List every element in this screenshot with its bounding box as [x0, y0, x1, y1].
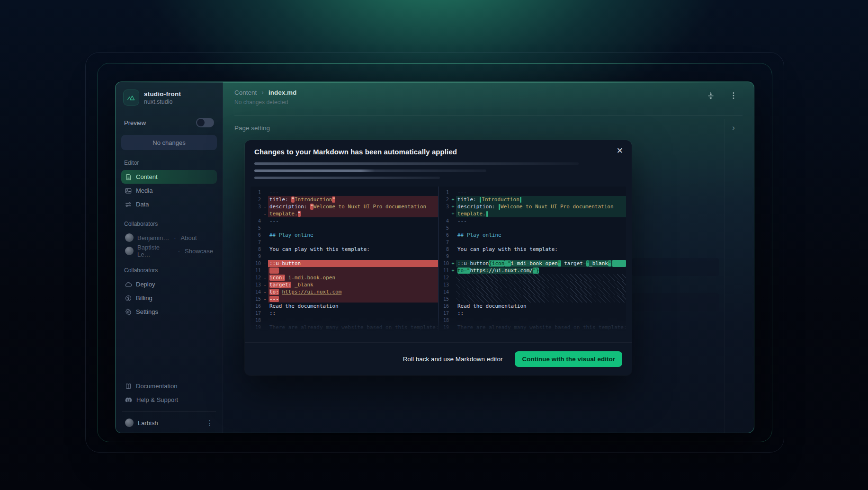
- user-name: Larbish: [138, 419, 158, 427]
- background-skeleton-row: [632, 258, 719, 276]
- diff-line: 5: [438, 224, 626, 232]
- close-icon[interactable]: ✕: [617, 147, 623, 155]
- import-button[interactable]: [706, 90, 716, 101]
- sidebar-item-label: Content: [136, 173, 158, 180]
- diff-line: 7: [251, 239, 438, 246]
- breadcrumb-content[interactable]: Content: [234, 89, 257, 96]
- diff-line: 6## Play online: [438, 232, 626, 239]
- collaborator-page: Showcase: [185, 248, 213, 255]
- document-icon: [125, 174, 132, 180]
- user-avatar: [125, 419, 134, 427]
- sidebar-item-billing[interactable]: Billing: [121, 291, 217, 305]
- diff-line: 1---: [438, 189, 626, 196]
- diff-line: 6## Play online: [251, 232, 438, 239]
- diff-line: 9: [251, 253, 438, 260]
- diff-line: 14: [438, 288, 626, 295]
- collaborator-page: About: [181, 234, 197, 241]
- user-menu-kebab-icon[interactable]: ⋮: [206, 419, 213, 426]
- sidebar-item-label: Documentation: [136, 383, 177, 390]
- divider: [724, 119, 725, 433]
- import-icon: [707, 92, 715, 99]
- diff-line: 15: [438, 295, 626, 303]
- main-header: Content › index.md No changes detected: [223, 82, 754, 116]
- rollback-button[interactable]: Roll back and use Markdown editor: [403, 356, 503, 363]
- sidebar-item-content[interactable]: Content: [121, 170, 217, 184]
- collaborator-name: Baptiste Le…: [137, 244, 173, 258]
- diff-line: 18: [438, 317, 626, 324]
- preview-label: Preview: [124, 119, 146, 126]
- sidebar-item-documentation[interactable]: Documentation: [121, 379, 217, 393]
- more-menu-button[interactable]: [728, 90, 739, 101]
- continue-visual-editor-button[interactable]: Continue with the visual editor: [515, 351, 622, 367]
- divider: [122, 411, 216, 412]
- markdown-changes-modal: Changes to your Markdown has been automa…: [245, 140, 632, 375]
- sidebar-item-media[interactable]: Media: [121, 184, 217, 197]
- sidebar-item-help-support[interactable]: Help & Support: [121, 393, 217, 407]
- project-domain: nuxt.studio: [144, 98, 181, 105]
- project-header[interactable]: studio-front nuxt.studio: [121, 89, 217, 106]
- diff-line: 12: [438, 274, 626, 281]
- sliders-icon: [125, 201, 132, 208]
- markdown-diff-view: 1---2-title: "Introduction"3-description…: [251, 187, 626, 331]
- diff-line: 5: [251, 224, 438, 232]
- user-row[interactable]: Larbish ⋮: [121, 417, 217, 428]
- diff-line: 17::: [438, 310, 626, 317]
- sidebar-item-label: Data: [136, 201, 149, 208]
- diff-line: -template.": [251, 210, 438, 217]
- diff-line: 14-to: https://ui.nuxt.com: [251, 288, 438, 295]
- collaborator-row[interactable]: Benjamin… · About: [121, 231, 217, 244]
- avatar: [125, 233, 134, 242]
- book-icon: [125, 383, 132, 390]
- breadcrumb-current-file: index.md: [268, 89, 296, 96]
- diff-line: 13: [438, 281, 626, 288]
- diff-line: 11+to="https://ui.nuxt.com/"}: [438, 267, 626, 274]
- diff-line: 1---: [251, 189, 438, 196]
- diff-line: 7: [438, 239, 626, 246]
- diff-line: 3+description: Welcome to Nuxt UI Pro do…: [438, 203, 626, 210]
- diff-line: 3-description: "Welcome to Nuxt UI Pro d…: [251, 203, 438, 210]
- editor-section-label: Editor: [124, 160, 214, 166]
- sidebar-item-label: Billing: [136, 294, 152, 302]
- diff-line: 13-target: _blank: [251, 281, 438, 288]
- diff-line: 19There are already many website based o…: [251, 324, 438, 331]
- dot-separator: ·: [178, 248, 180, 255]
- sidebar-item-data[interactable]: Data: [121, 197, 217, 211]
- skeleton-bar: [254, 177, 440, 179]
- desktop-background: studio-front nuxt.studio Preview No chan…: [0, 0, 868, 490]
- preview-toggle[interactable]: [196, 118, 214, 127]
- page-setting-label: Page setting: [234, 125, 270, 132]
- avatar: [125, 247, 134, 255]
- project-name: studio-front: [144, 90, 181, 98]
- sidebar-item-label: Settings: [136, 308, 158, 315]
- cloud-icon: [125, 281, 132, 288]
- diff-pane-deletions: 1---2-title: "Introduction"3-description…: [251, 187, 438, 331]
- no-changes-button[interactable]: No changes: [121, 135, 217, 150]
- diff-line: 9: [438, 253, 626, 260]
- page-setting-row[interactable]: Page setting ›: [223, 116, 754, 139]
- collaborator-row[interactable]: Baptiste Le… · Showcase: [121, 244, 217, 258]
- diff-line: 16Read the documentation: [251, 303, 438, 310]
- diff-line: 11----: [251, 267, 438, 274]
- diff-line: 16Read the documentation: [438, 303, 626, 310]
- diff-line: 4---: [251, 217, 438, 224]
- chevron-right-icon[interactable]: ›: [732, 123, 735, 133]
- skeleton-bar: [254, 162, 579, 165]
- modal-footer: Roll back and use Markdown editor Contin…: [245, 342, 632, 375]
- kebab-icon: [733, 92, 734, 99]
- sidebar-item-label: Media: [136, 187, 152, 194]
- sidebar-item-settings[interactable]: Settings: [121, 305, 217, 319]
- sidebar-item-label: Help & Support: [136, 396, 178, 403]
- diff-line: 17::: [251, 310, 438, 317]
- diff-line: 18: [251, 317, 438, 324]
- gear-icon: [125, 309, 132, 315]
- modal-title: Changes to your Markdown has been automa…: [254, 148, 622, 156]
- dot-separator: ·: [174, 234, 176, 241]
- chevron-right-icon: ›: [261, 89, 264, 96]
- collaborator-name: Benjamin…: [137, 234, 169, 241]
- sidebar-item-deploy[interactable]: Deploy: [121, 277, 217, 291]
- diff-line: 2+title: Introduction: [438, 196, 626, 203]
- discord-icon: [125, 397, 132, 403]
- project-section-label: Collaborators: [124, 267, 214, 274]
- breadcrumb: Content › index.md: [234, 89, 743, 96]
- skeleton-bar: [254, 169, 486, 172]
